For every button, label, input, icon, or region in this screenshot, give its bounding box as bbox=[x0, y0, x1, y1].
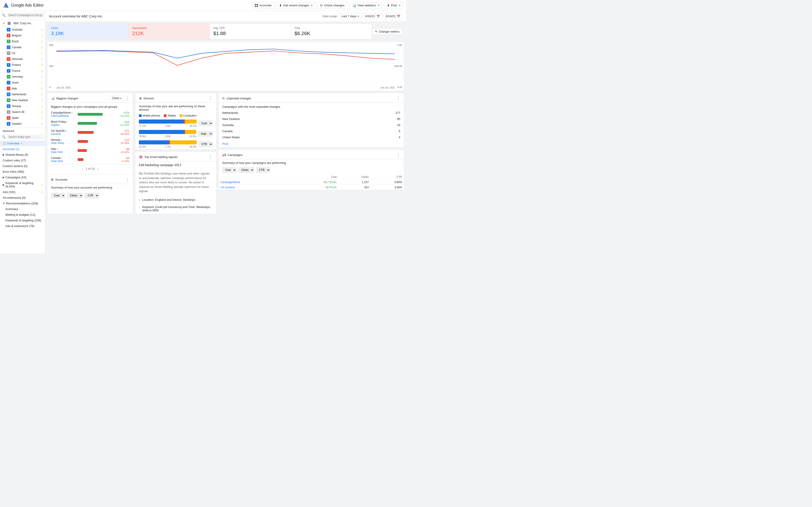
sidebar-item-germany[interactable]: G Germany ⚠ bbox=[0, 74, 45, 80]
sidebar-item-finland[interactable]: F Finland ⚠ bbox=[0, 62, 45, 68]
warning-icon-finland: ⚠ bbox=[41, 63, 43, 66]
col-header-ctr: CTR bbox=[370, 174, 404, 180]
campaigns-performance-title: 📢 Campaigns bbox=[222, 153, 396, 157]
next-page-button[interactable]: › bbox=[97, 166, 99, 171]
sidebar-item-brazil[interactable]: B Brazil ⚠ bbox=[0, 39, 45, 44]
sidebar-search-input[interactable] bbox=[7, 13, 44, 18]
sidebar-item-italy[interactable]: I Italy ⚠ bbox=[0, 86, 45, 92]
unposted-panel: ↻ Unposted changes ⋮ Campaigns with the … bbox=[218, 93, 404, 148]
biggest-changes-more-btn[interactable]: ⋮ bbox=[125, 96, 130, 101]
date-range-select[interactable]: Last 7 days ▾ bbox=[339, 13, 362, 19]
sidebar-item-rec-keywords[interactable]: Keywords & targeting (239) bbox=[0, 218, 45, 223]
prev-page-button[interactable]: ‹ bbox=[81, 166, 84, 171]
campaigns-col1-select[interactable]: Cost bbox=[222, 167, 237, 173]
sidebar-item-netherlands[interactable]: N Netherlands ⚠ bbox=[0, 92, 45, 97]
sidebar-item-custom-actions[interactable]: Custom actions (0) bbox=[0, 163, 45, 169]
sidebar-item-norway[interactable]: N Norway ⚠ bbox=[0, 103, 45, 109]
sidebar-item-rec-summary[interactable]: Summary bbox=[0, 206, 45, 212]
sidebar-item-new-zealand[interactable]: N New Zealand ⚠ bbox=[0, 97, 45, 103]
warning-icon-brazil: ⚠ bbox=[41, 40, 43, 43]
page-title: Account overview for ABC Corp Inc. bbox=[49, 14, 322, 18]
sidebar-item-denmark[interactable]: D Denmark ⚠ bbox=[0, 56, 45, 62]
smart-bidding-campaign: Fall Marketing campaign 2017 bbox=[135, 161, 216, 169]
check-changes-label: Check changes bbox=[324, 4, 345, 7]
campaigns-col2-select[interactable]: Clicks bbox=[238, 167, 254, 173]
cost-metric-select[interactable]: Cost bbox=[198, 121, 213, 126]
campaigns-icon: 📢 bbox=[222, 153, 226, 157]
accounts-col3-select[interactable]: CTR bbox=[85, 193, 99, 198]
accounts-button[interactable]: Accounts bbox=[252, 2, 274, 9]
sidebar-item-ad-extensions[interactable]: Ad extensions (0) bbox=[0, 195, 45, 201]
smart-bidding-more-btn[interactable]: ⋮ bbox=[209, 154, 213, 159]
country-icon-sweden: S bbox=[7, 122, 10, 126]
sidebar-item-shared-library[interactable]: ▶ Shared library (9) bbox=[0, 152, 45, 158]
stats-change-row: Clicks 3.19K Impressions 212K Avg. CPC $… bbox=[47, 23, 404, 39]
country-icon-new-zealand: N bbox=[7, 99, 10, 102]
post-label: Post bbox=[391, 4, 397, 7]
sidebar-item-keywords[interactable]: ▶ Keywords & targeting (8,434) ⚠ bbox=[0, 180, 45, 189]
post-button[interactable]: ⬆ Post ▾ bbox=[384, 2, 403, 9]
impr-metric-select[interactable]: Impr. bbox=[198, 131, 213, 136]
account-grid-icon bbox=[8, 22, 10, 25]
sidebar-item-overview[interactable]: 📋 Overview ↗ bbox=[0, 140, 45, 146]
sidebar-item-ads[interactable]: Ads (191) ⚠ bbox=[0, 189, 45, 195]
external-link-icon: ↗ bbox=[20, 142, 22, 145]
sidebar-item-canada[interactable]: C Canada ⚠ bbox=[0, 44, 45, 50]
get-recent-button[interactable]: ⬇ Get recent changes ▾ bbox=[276, 2, 315, 9]
accounts-more-btn[interactable]: ⋮ bbox=[125, 177, 130, 182]
refresh-icon: ↻ bbox=[320, 4, 323, 7]
date-from-input[interactable]: 6/10/21 📅 bbox=[363, 13, 382, 19]
sidebar-item-australia[interactable]: A Australia ⚠ bbox=[0, 27, 45, 33]
unposted-row-united-states: United States 4 bbox=[219, 134, 404, 140]
sidebar-item-rec-bidding[interactable]: Bidding & budgets (11) bbox=[0, 212, 45, 218]
campaign-name-1: Black Friday › Apples bbox=[51, 120, 76, 126]
sidebar-item-custom-rules[interactable]: Custom rules (27) bbox=[0, 158, 45, 163]
view-statistics-button[interactable]: 📊 View statistics ▾ bbox=[349, 2, 382, 9]
sidebar-item-sweden[interactable]: S Sweden ⚠ bbox=[0, 121, 45, 127]
clicks-value: 3.19K bbox=[51, 31, 124, 37]
ctr-metric-select[interactable]: CTR bbox=[198, 142, 213, 147]
dropdown-arrow3-icon: ▾ bbox=[399, 4, 400, 7]
ctr-mobile-pct: 51.9% bbox=[139, 145, 146, 148]
date-controls: Date range Last 7 days ▾ 6/10/21 📅 6/16/… bbox=[322, 13, 402, 19]
campaign-ctr-0: 0.80% bbox=[370, 180, 404, 185]
chevron-right-icon3: ▶ bbox=[3, 183, 5, 186]
campaigns-performance-more-btn[interactable]: ⋮ bbox=[396, 152, 400, 157]
account-collapse-icon: ▼ bbox=[3, 22, 5, 24]
sidebar-item-spain[interactable]: S Spain ⚠ bbox=[0, 115, 45, 121]
accounts-col2-select[interactable]: Clicks bbox=[67, 193, 83, 198]
dropdown-arrow2-icon: ▾ bbox=[378, 4, 379, 7]
campaigns-col3-select[interactable]: CTR bbox=[256, 167, 270, 173]
account-header[interactable]: ▼ ABC Corp Inc. bbox=[0, 20, 45, 27]
sidebar: 🔍 ⋮ ▼ ABC Corp Inc. A Australia ⚠ B Belg… bbox=[0, 11, 45, 253]
page-indicator: 1 of 10 bbox=[86, 167, 95, 170]
country-icon-canada: C bbox=[7, 46, 10, 49]
country-icon-spain: S bbox=[7, 116, 10, 120]
sidebar-item-recommendations[interactable]: ▼ Recommendations (329) bbox=[0, 201, 45, 206]
campaign-cost-1: +$776.55 bbox=[287, 185, 339, 190]
sidebar-item-israel[interactable]: I Israel ⚠ bbox=[0, 80, 45, 86]
entity-search-input[interactable] bbox=[7, 135, 44, 139]
sidebar-item-error-infos[interactable]: Error Infos (380) bbox=[0, 169, 45, 174]
accounts-col1-select[interactable]: Cost bbox=[51, 193, 65, 198]
change-bar-4 bbox=[78, 149, 87, 152]
sidebar-item-france[interactable]: F France ⚠ bbox=[0, 68, 45, 74]
devices-icon: 🖥 bbox=[139, 97, 142, 100]
change-value-5: -64 -5.24% bbox=[116, 157, 130, 163]
devices-more-btn[interactable]: ⋮ bbox=[209, 96, 213, 101]
sidebar-item-cii[interactable]: C CII ⚠ bbox=[0, 50, 45, 56]
sidebar-item-accounts[interactable]: Accounts (1) bbox=[0, 146, 45, 152]
post-link[interactable]: Post bbox=[219, 140, 404, 147]
date-to-input[interactable]: 6/16/21 📅 bbox=[384, 13, 402, 19]
clicks-metric-dropdown[interactable]: Clicks ▾ bbox=[110, 96, 123, 101]
unposted-more-btn[interactable]: ⋮ bbox=[396, 96, 400, 101]
sidebar-item-belgium[interactable]: B Belgium ⚠ bbox=[0, 33, 45, 39]
sidebar-item-campaigns[interactable]: ▶ Campaigns (24) bbox=[0, 174, 45, 180]
sidebar-item-rec-ads[interactable]: Ads & extensions (79) bbox=[0, 223, 45, 229]
campaign-name-0: CampaignName › AdGroupName bbox=[51, 111, 76, 117]
biggest-changes-footer: ‹ 1 of 10 › bbox=[47, 164, 133, 173]
smart-bidding-header: 🎯 Top smart bidding signals ⋮ bbox=[135, 152, 216, 161]
check-changes-button[interactable]: ↻ Check changes bbox=[317, 2, 348, 9]
sidebar-item-search39[interactable]: S Search-39 ⚠ bbox=[0, 109, 45, 115]
change-metrics-button[interactable]: ✎ Change metrics bbox=[372, 28, 402, 35]
